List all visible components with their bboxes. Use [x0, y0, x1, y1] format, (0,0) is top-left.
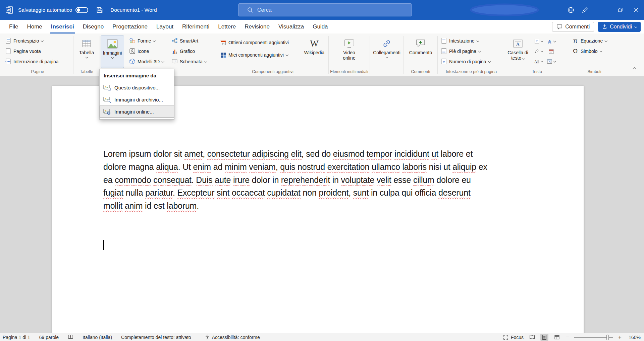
page[interactable]: Lorem ipsum dolor sit amet, consectetur …: [52, 86, 584, 333]
grafico-button[interactable]: Grafico: [169, 46, 209, 56]
icone-button[interactable]: Icone: [127, 46, 168, 56]
schermata-label: Schermata: [180, 59, 203, 64]
tab-disegno[interactable]: Disegno: [78, 20, 108, 33]
minimize-button[interactable]: [597, 0, 612, 20]
text-box-icon: A: [513, 37, 523, 50]
tab-guida[interactable]: Guida: [308, 20, 332, 33]
riga-di-firma-button[interactable]: [532, 46, 545, 56]
wordart-button[interactable]: A: [545, 36, 557, 46]
new-comment-icon: [415, 37, 426, 50]
ribbon-group-illustrazioni: Immagini Inserisci immagine da Questo di…: [100, 34, 217, 76]
modelli-3d-button[interactable]: Modelli 3D: [127, 56, 168, 67]
web-layout-button[interactable]: [553, 334, 561, 341]
print-layout-button[interactable]: [540, 334, 548, 341]
tab-inserisci[interactable]: Inserisci: [47, 20, 78, 33]
intestazione-label: Intestazione: [449, 38, 475, 44]
menu-item-questo-dispositivo[interactable]: Questo dispositivo...: [100, 81, 174, 93]
restore-button[interactable]: [612, 0, 628, 20]
text-line[interactable]: mollit anim id est laborum.: [103, 199, 487, 212]
tabrow-actions: Commenti Condividi: [552, 20, 641, 33]
redaction-scribble: [469, 2, 540, 17]
save-icon[interactable]: [96, 7, 103, 13]
chevron-down-icon: [162, 60, 164, 63]
interruzione-pagina-button[interactable]: Interruzione di pagina: [3, 56, 61, 67]
chevron-down-icon: [41, 39, 44, 42]
chevron-down-icon: [204, 60, 207, 63]
tab-file[interactable]: File: [5, 20, 22, 33]
intestazione-button[interactable]: Intestazione: [438, 36, 492, 46]
chevron-down-icon: [599, 50, 602, 52]
frontespizio-button[interactable]: Frontespizio: [3, 36, 61, 46]
equazione-button[interactable]: π Equazione: [570, 36, 609, 46]
tab-riferimenti[interactable]: Riferimenti: [178, 20, 214, 33]
document-area[interactable]: Lorem ipsum dolor sit amet, consectetur …: [0, 76, 644, 333]
oggetto-button[interactable]: [545, 56, 557, 66]
parti-rapide-button[interactable]: [532, 36, 545, 46]
page-indicator[interactable]: Pagina 1 di 1: [3, 335, 30, 340]
text-line[interactable]: Lorem ipsum dolor sit amet, consectetur …: [103, 147, 487, 160]
zoom-in-button[interactable]: +: [618, 334, 622, 341]
pen-icon[interactable]: [578, 3, 592, 17]
focus-button[interactable]: Focus: [503, 335, 524, 340]
zoom-slider[interactable]: [574, 337, 613, 338]
smartart-button[interactable]: SmartArt: [169, 36, 209, 46]
collegamenti-button[interactable]: Collegamenti: [371, 36, 402, 68]
titlebar-right: [564, 0, 644, 20]
tab-layout[interactable]: Layout: [152, 20, 178, 33]
zoom-out-button[interactable]: −: [565, 334, 570, 341]
tab-visualizza[interactable]: Visualizza: [274, 20, 308, 33]
text-completion-status[interactable]: Completamento del testo: attivato: [121, 335, 191, 340]
collapse-ribbon-button[interactable]: [631, 66, 638, 72]
search-box[interactable]: Cerca: [238, 3, 412, 16]
proofing-icon[interactable]: [68, 335, 73, 340]
casella-di-testo-button[interactable]: A Casella di testo: [506, 36, 530, 68]
wikipedia-label: Wikipedia: [304, 50, 325, 55]
pie-di-pagina-button[interactable]: Piè di pagina: [438, 46, 492, 56]
pagina-vuota-button[interactable]: Pagina vuota: [3, 46, 61, 56]
share-button[interactable]: Condividi: [598, 22, 641, 32]
text-line[interactable]: fugiat nulla pariatur. Excepteur sint oc…: [103, 186, 487, 199]
text-line[interactable]: dolore magna aliqua. Ut enim ad minim ve…: [103, 160, 487, 174]
network-globe-icon[interactable]: [564, 3, 578, 17]
tab-home[interactable]: Home: [22, 20, 46, 33]
word-count[interactable]: 69 parole: [39, 335, 59, 340]
language-indicator[interactable]: Italiano (Italia): [83, 335, 112, 340]
video-online-button[interactable]: Video online: [337, 36, 361, 68]
comments-button[interactable]: Commenti: [552, 22, 594, 32]
miei-componenti-button[interactable]: Miei componenti aggiuntivi: [218, 51, 302, 59]
immagini-button[interactable]: Immagini: [101, 36, 124, 68]
tab-progettazione[interactable]: Progettazione: [108, 20, 152, 33]
text-line[interactable]: ea commodo consequat. Duis aute irure do…: [103, 174, 487, 187]
zoom-level[interactable]: 160%: [627, 335, 641, 340]
schermata-button[interactable]: Schermata: [169, 56, 209, 67]
ribbon-group-collegamenti: Collegamenti: [370, 34, 404, 76]
autosave-toggle[interactable]: [75, 7, 88, 13]
commento-button[interactable]: Commento: [407, 36, 434, 68]
svg-text:A: A: [516, 42, 520, 47]
ottieni-componenti-button[interactable]: Ottieni componenti aggiuntivi: [218, 38, 302, 47]
word-logo-icon[interactable]: W: [5, 6, 13, 14]
simbolo-button[interactable]: Ω Simbolo: [570, 46, 609, 56]
symbol-icon: Ω: [572, 48, 579, 55]
tab-lettere[interactable]: Lettere: [214, 20, 240, 33]
accessibility-status[interactable]: Accessibilità: conforme: [205, 335, 260, 340]
chevron-down-icon: [605, 39, 607, 42]
link-icon: [382, 37, 392, 50]
date-time-icon: [548, 49, 554, 54]
tab-revisione[interactable]: Revisione: [240, 20, 274, 33]
read-mode-button[interactable]: [528, 334, 536, 341]
forme-button[interactable]: Forme: [127, 36, 168, 46]
zoom-slider-thumb[interactable]: [606, 335, 609, 340]
wikipedia-button[interactable]: W Wikipedia: [302, 36, 326, 68]
menu-header: Inserisci immagine da: [100, 69, 174, 81]
close-button[interactable]: [628, 0, 644, 20]
data-e-ora-button[interactable]: [545, 46, 557, 56]
numero-di-pagina-button[interactable]: # Numero di pagina: [438, 56, 492, 67]
menu-item-label: Immagini di archivio...: [114, 97, 163, 103]
comments-button-label: Commenti: [565, 24, 590, 30]
menu-item-immagini-online[interactable]: Immagini online...: [100, 106, 174, 118]
capolettera-button[interactable]: A: [532, 56, 545, 66]
tabella-button[interactable]: Tabella: [75, 36, 98, 68]
chevron-up-icon: [633, 67, 636, 70]
menu-item-immagini-archivio[interactable]: Immagini di archivio...: [100, 93, 174, 106]
